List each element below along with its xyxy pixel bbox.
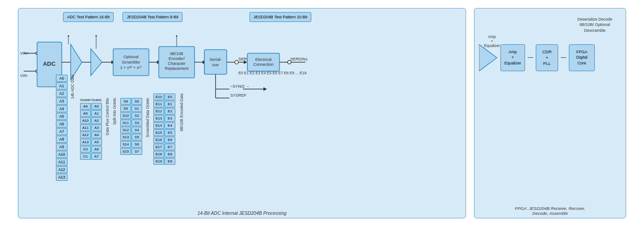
adc-a9: A9 [56, 143, 68, 150]
diagram-wrapper: VIN+ VIN- ADC Test Pattern 16-Bit JESD20… [9, 4, 635, 223]
adc-a11: A11 [56, 158, 68, 166]
scrambled-columns: S8S0 S9S1 S10S2 S11S3 S12S4 S13S5 S14S6 … [120, 98, 142, 155]
svg-text:~SYNC: ~SYNC [230, 84, 244, 89]
right-flow: Amp + Equalizer CDR + PLL FPGA Digital C… [479, 44, 621, 71]
svg-text:SERDIN±: SERDIN± [290, 57, 308, 61]
svg-marker-55 [94, 35, 98, 37]
svg-marker-53 [67, 35, 70, 37]
adc-a0: A0 [56, 75, 68, 82]
svg-text:Optional: Optional [123, 55, 139, 59]
adc-a5: A5 [56, 113, 68, 120]
svg-text:8B/10B: 8B/10B [170, 51, 183, 56]
adc-a8: A8 [56, 136, 68, 143]
amp-equalizer-block: Amp + Equalizer [500, 44, 525, 71]
adc-a2: A2 [56, 90, 68, 97]
arrow-line-2 [561, 57, 566, 58]
svg-text:izer: izer [212, 62, 219, 67]
test-pattern-8bit: JESD204B Test Pattern 8-Bit [123, 12, 182, 22]
svg-text:Electrical: Electrical [255, 57, 272, 62]
svg-text:Replacement: Replacement [165, 66, 189, 71]
encoded-label-vert: 8B/10B Encoded Data [178, 94, 185, 132]
top-blocks: ADC Test Pattern 16-Bit JESD204B Test Pa… [45, 12, 311, 22]
cdr-pll-block: CDR + PLL [536, 44, 558, 71]
octet-columns: Octet0 Octet1 A8A0 A9A1 A10A2 A11A3 A12A… [80, 98, 102, 160]
svg-marker-49 [263, 87, 267, 91]
svg-text:SYSREF: SYSREF [230, 93, 247, 98]
scrambled-pair-col: S8S0 S9S1 S10S2 S11S3 S12S4 S13S5 S14S6 … [120, 98, 142, 155]
svg-text:E0 E1 E2 E3 E4 E5 E6 E7 E8 E9 : E0 E1 E2 E3 E4 E5 E6 E7 E8 E9 ... E19 [238, 71, 306, 75]
octet1-header: Octet0 [80, 98, 91, 102]
test-pattern-16bit: ADC Test Pattern 16-Bit [63, 12, 114, 22]
adc-a6: A6 [56, 120, 68, 128]
fpga-digital-block: FPGA Digital Core [569, 44, 595, 71]
right-section-label: FPGA: JESD204B Receive, Recover,Decode, … [515, 206, 585, 216]
svg-text:Serial-: Serial- [209, 57, 221, 62]
main-diagram-svg: ADC Optional Scrambler 1 + x¹⁴ + x¹⁵ 8B/… [24, 35, 386, 223]
svg-marker-57 [175, 35, 178, 37]
adc-data-column: A0 A1 A2 A3 A4 A5 A6 A7 A8 A9 A10 A11 A1… [56, 75, 68, 181]
adc-a3: A3 [56, 98, 68, 105]
encoded-pair-col: E10E0 E11E1 E12E2 E13E3 E14E4 E15E5 E16E… [153, 94, 175, 165]
right-section: Deserialize Decode 8B/10B/ Optional Desc… [474, 8, 626, 218]
deserialize-label-area: Deserialize Decode 8B/10B/ Optional Desc… [570, 17, 619, 34]
svg-point-40 [288, 60, 291, 64]
left-section-label: 14-Bit ADC Internal JESD204B Processing [197, 210, 286, 216]
split-into-octets-label: Split Into Octets [111, 98, 118, 126]
arrow-line-1 [528, 57, 533, 58]
svg-text:ADC: ADC [43, 60, 56, 67]
octet0-header: Octet1 [91, 98, 102, 102]
svg-text:Character: Character [168, 61, 186, 66]
data-plus-control-label: Data Plus Control Bits [104, 98, 110, 136]
14b-label: 14b ADC Data [69, 75, 76, 100]
left-section: VIN+ VIN- ADC Test Pattern 16-Bit JESD20… [18, 8, 466, 218]
svg-marker-58 [479, 44, 497, 71]
amp-triangle-svg [479, 44, 498, 71]
scrambled-label-vert: Scrambled Data Octets [144, 98, 151, 138]
adc-a10: A10 [56, 151, 68, 158]
svg-text:t →: t → [243, 84, 250, 89]
adc-a12: A12 [56, 166, 68, 173]
encoded-columns: E10E0 E11E1 E12E2 E13E3 E14E4 E15E5 E16E… [153, 94, 175, 165]
svg-text:1 + x¹⁴ + x¹⁵: 1 + x¹⁴ + x¹⁵ [120, 65, 142, 70]
svg-text:Scrambler: Scrambler [122, 60, 140, 64]
amp-eq-label-top: Amp+Equalizer [481, 34, 503, 48]
deserialize-text: Deserialize Decode 8B/10B/ Optional Desc… [570, 17, 619, 34]
svg-text:Encoder/: Encoder/ [169, 56, 185, 61]
svg-text:Connection: Connection [253, 62, 274, 67]
octet-pair-col: A8A0 A9A1 A10A2 A11A3 A12A4 A13A5 C0A6 C… [80, 103, 102, 160]
svg-point-31 [235, 60, 238, 64]
adc-a7: A7 [56, 128, 68, 135]
adc-a13: A13 [56, 174, 68, 181]
adc-a4: A4 [56, 105, 68, 112]
adc-a1: A1 [56, 82, 68, 90]
test-pattern-10bit: JESD204B Test Pattern 10-Bit [250, 12, 311, 22]
svg-marker-9 [91, 49, 102, 76]
